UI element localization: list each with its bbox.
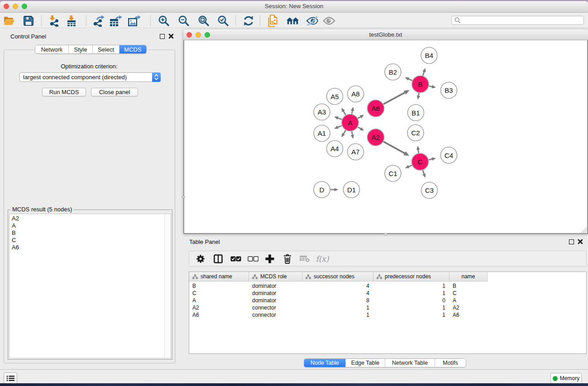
tab-network-table[interactable]: Network Table [385,359,435,367]
create-new-column-icon[interactable] [264,251,276,266]
search-field[interactable] [451,16,584,25]
edge-C-C2[interactable] [418,149,419,153]
zoom-fit-icon[interactable] [197,13,210,28]
tab-node-table[interactable]: Node Table [304,359,346,367]
graph-node-B4[interactable]: B4 [421,48,437,64]
column-header-MCDS-role[interactable]: MCDS role [249,272,302,281]
edge-A2-C[interactable] [383,142,405,153]
graph-node-D[interactable]: D [314,181,330,198]
edge-A-A3[interactable] [338,118,342,120]
mcds-result-item[interactable]: A6 [10,244,171,251]
edge-B-B4[interactable] [423,71,424,76]
edge-A-A8[interactable] [352,110,353,114]
run-mcds-button[interactable]: Run MCDS [42,88,86,96]
graph-node-A7[interactable]: A7 [348,144,364,160]
import-network-icon[interactable] [47,13,60,28]
edge-C-C1[interactable] [408,165,412,167]
zoom-out-icon[interactable] [177,13,190,28]
graph-node-A4[interactable]: A4 [327,141,343,157]
show-all-icon[interactable] [286,13,300,28]
mcds-result-list[interactable]: A2ABCA6 [9,214,171,358]
edge-B-B2[interactable] [408,79,412,81]
graph-node-B2[interactable]: B2 [385,64,401,80]
edge-A-A4[interactable] [343,130,345,134]
graph-node-A2[interactable]: A2 [368,129,384,146]
graph-node-C2[interactable]: C2 [407,125,424,141]
table-row[interactable]: Bdominator41B [189,282,586,290]
graph-node-C4[interactable]: C4 [441,147,457,163]
table-options-icon[interactable] [195,251,206,266]
zoom-selected-icon[interactable] [217,13,229,28]
delete-table-icon[interactable] [299,251,311,266]
table-row[interactable]: Cdominator41C [189,290,586,297]
graph-node-A6[interactable]: A6 [368,100,384,117]
graph-node-C3[interactable]: C3 [421,182,438,199]
column-header-predecessor-nodes[interactable]: predecessor nodes [373,272,449,281]
memory-button[interactable]: Memory [550,373,582,383]
export-image-icon[interactable] [128,13,141,28]
table-row[interactable]: A2connector11A2 [189,304,586,311]
edge-A-A5[interactable] [343,111,345,115]
mcds-result-item[interactable]: A [10,222,171,229]
tab-motifs[interactable]: Motifs [435,359,466,367]
graph-node-B[interactable]: B [412,76,429,93]
tab-mcds[interactable]: MCDS [120,45,146,53]
tab-network[interactable]: Network [35,45,69,53]
graph-node-C[interactable]: C [412,153,429,170]
export-table-icon[interactable] [110,13,122,28]
search-input[interactable] [461,17,583,24]
graph-node-A1[interactable]: A1 [314,125,330,142]
graph-node-A[interactable]: A [342,114,359,131]
node-table[interactable]: shared nameMCDS rolesuccessor nodesprede… [189,272,587,354]
function-builder-icon[interactable]: f(x) [314,251,330,266]
select-all-columns-icon[interactable] [230,251,242,266]
table-row[interactable]: A6connector11A6 [189,311,586,319]
edge-A-A6[interactable] [358,117,361,119]
edge-A-A1[interactable] [338,126,342,128]
tab-select[interactable]: Select [93,45,120,53]
open-file-icon[interactable] [3,13,15,28]
zoom-in-icon[interactable] [158,13,170,28]
graph-node-D1[interactable]: D1 [344,181,360,198]
graph-node-A3[interactable]: A3 [314,104,330,120]
show-eye-icon[interactable] [323,13,335,28]
close-panel-icon[interactable] [168,33,174,39]
tab-edge-table[interactable]: Edge Table [346,359,385,367]
float-panel-icon[interactable] [160,34,165,39]
apply-layout-icon[interactable] [242,13,255,28]
delete-columns-icon[interactable] [282,251,293,266]
new-network-from-selection-icon[interactable] [267,13,280,28]
network-graph[interactable]: AA1A2A3A4A5A6A7A8BB1B2B3B4CC1C2C3C4DD1 [184,40,587,232]
column-header-shared-name[interactable]: shared name [189,272,249,281]
scrollbar-track[interactable] [164,214,171,358]
export-network-icon[interactable] [92,13,105,28]
show-columns-icon[interactable] [213,251,224,266]
unselect-all-columns-icon[interactable] [247,251,259,266]
edge-A-A2[interactable] [358,127,361,129]
column-header-successor-nodes[interactable]: successor nodes [302,272,373,281]
graph-node-B3[interactable]: B3 [441,82,457,99]
window-edge-handle[interactable] [182,196,185,198]
import-table-icon[interactable] [65,13,78,28]
edge-B-B1[interactable] [418,93,419,96]
save-session-icon[interactable] [22,13,35,28]
status-menu-button[interactable] [4,372,17,383]
graph-node-A5[interactable]: A5 [327,88,343,105]
edge-A-A7[interactable] [352,131,353,135]
mcds-result-item[interactable]: C [10,237,171,244]
criterion-dropdown[interactable]: largest connected component (directed) [19,72,161,82]
column-header-name[interactable]: name [449,272,488,281]
graph-node-A8[interactable]: A8 [348,86,364,102]
table-row[interactable]: Adominator80A [189,297,586,304]
hide-selected-icon[interactable] [306,13,319,28]
edge-C-C3[interactable] [423,170,424,174]
close-panel-icon[interactable] [578,239,583,244]
close-panel-button[interactable]: Close panel [91,88,138,96]
edge-B-B3[interactable] [429,86,433,87]
mcds-result-item[interactable]: A2 [10,215,171,222]
mcds-result-item[interactable]: B [10,229,171,237]
resize-grip-icon[interactable] [581,227,587,233]
network-canvas[interactable]: AA1A2A3A4A5A6A7A8BB1B2B3B4CC1C2C3C4DD1 [183,40,588,234]
tab-style[interactable]: Style [69,45,93,53]
graph-node-B1[interactable]: B1 [408,105,424,121]
